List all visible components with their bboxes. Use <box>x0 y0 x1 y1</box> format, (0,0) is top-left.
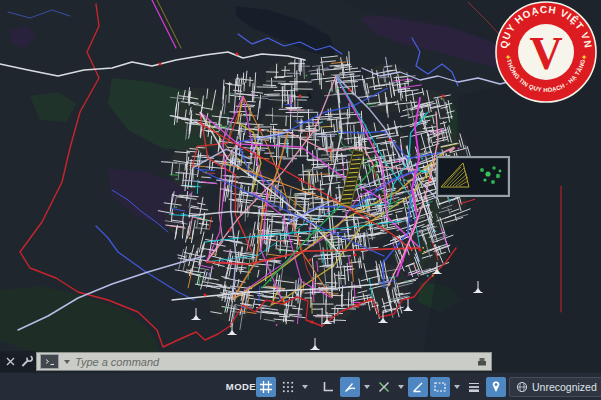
recent-commands-arrow[interactable] <box>64 360 70 364</box>
polar-dropdown-arrow[interactable] <box>364 385 370 389</box>
command-input[interactable] <box>73 356 474 368</box>
command-bar-tool-icon[interactable] <box>476 356 488 368</box>
geo-coordinate-system-button[interactable]: Unrecognized <box>509 377 601 397</box>
viewport-panel-content <box>438 158 504 191</box>
command-bar-controls <box>0 351 36 372</box>
wrench-icon[interactable] <box>19 355 33 369</box>
command-input-area[interactable] <box>36 352 492 371</box>
ortho-mode-button[interactable] <box>318 377 338 397</box>
quy-hoach-viet-vn-logo: QUY HOẠCH VIỆT VN THÔNG TIN QUY HOẠCH - … <box>490 0 601 110</box>
snap-dropdown-arrow[interactable] <box>302 385 308 389</box>
logo-star-left-icon: ✦ <box>505 53 512 62</box>
grid-display-button[interactable] <box>256 377 276 397</box>
logo-letter-v: V <box>529 28 562 79</box>
status-bar: MODEL <box>0 373 601 400</box>
logo-star-right-icon: ✦ <box>581 53 588 62</box>
object-snap-button[interactable] <box>374 377 394 397</box>
model-space-button[interactable]: MODEL <box>234 377 254 397</box>
object-snap-dropdown-arrow[interactable] <box>398 385 404 389</box>
cad-application-window: QUY HOẠCH VIỆT VN THÔNG TIN QUY HOẠCH - … <box>0 0 601 400</box>
polar-tracking-button[interactable] <box>340 377 360 397</box>
lineweight-display-button[interactable] <box>464 377 484 397</box>
close-icon[interactable] <box>3 355 17 369</box>
command-prompt-icon[interactable] <box>40 354 59 369</box>
dynamic-input-button[interactable] <box>408 377 428 397</box>
geo-marker-button[interactable] <box>486 377 506 397</box>
globe-icon <box>516 381 528 393</box>
selection-cycling-button[interactable] <box>430 377 450 397</box>
selection-cycling-dropdown-arrow[interactable] <box>454 385 460 389</box>
viewport-panel[interactable] <box>436 156 510 197</box>
geo-status-label: Unrecognized <box>532 381 597 393</box>
command-bar <box>0 351 492 372</box>
snap-mode-button[interactable] <box>278 377 298 397</box>
